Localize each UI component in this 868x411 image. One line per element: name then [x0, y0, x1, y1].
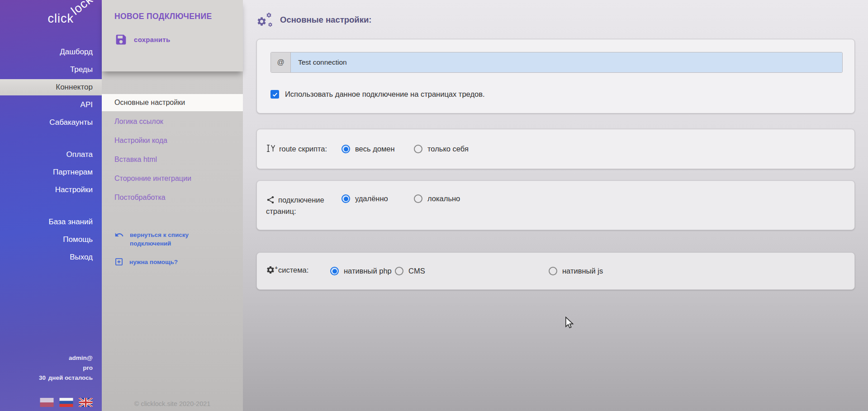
radio-option-native-js[interactable]: нативный js	[549, 267, 603, 275]
radio-selected-icon[interactable]	[330, 267, 339, 275]
radio-selected-icon[interactable]	[342, 194, 350, 203]
back-to-list-link[interactable]: вернуться к списку подключений	[114, 231, 212, 248]
radio-unselected-icon[interactable]	[414, 194, 422, 203]
page-connection-group: подключение страниц: удалённо локально	[256, 180, 855, 230]
use-on-threads-option[interactable]: Использовать данное подключение на стран…	[270, 90, 843, 99]
radio-unselected-icon[interactable]	[395, 267, 403, 275]
sidebar-group-2: Оплата Партнерам Настройки	[0, 146, 102, 198]
page-connection-label: подключение страниц:	[266, 194, 342, 217]
sidebar-item-payment[interactable]: Оплата	[0, 146, 102, 163]
save-button-label: сохранить	[134, 36, 171, 43]
sidebar-item-partners[interactable]: Партнерам	[0, 164, 102, 180]
account-login: admin@	[39, 353, 93, 363]
need-help-link[interactable]: нужна помощь?	[114, 258, 212, 266]
sidebar-item-connector[interactable]: Коннектор	[0, 79, 102, 95]
tab-code-settings[interactable]: Настройки кода	[102, 132, 243, 149]
tab-html-insert[interactable]: Вставка html	[102, 151, 243, 168]
flag-poland-icon[interactable]	[40, 398, 54, 407]
route-script-group: route скрипта: весь домен только себя	[256, 129, 855, 169]
account-days-left: 30 дней осталось	[39, 373, 93, 383]
radio-label: удалённо	[355, 194, 388, 203]
sidebar-item-help[interactable]: Помощь	[0, 231, 102, 248]
panel-title: НОВОЕ ПОДКЛЮЧЕНИЕ	[114, 12, 243, 21]
radio-label: только себя	[427, 145, 469, 153]
clicklock-logo[interactable]: click lock	[0, 0, 102, 42]
panel-links: вернуться к списку подключений нужна пом…	[102, 231, 243, 266]
save-floppy-icon	[114, 33, 128, 46]
tab-link-logic[interactable]: Логика ссылок	[102, 113, 243, 130]
app-root: click lock Дашборд Треды Коннектор API С…	[0, 0, 868, 411]
sidebar-item-settings[interactable]: Настройки	[0, 182, 102, 198]
need-help-label: нужна помощь?	[129, 258, 178, 266]
gears-icon	[256, 12, 273, 28]
radio-unselected-icon[interactable]	[414, 145, 422, 153]
main-header: Основные настройки:	[256, 0, 855, 28]
account-info: admin@ pro 30 дней осталось	[39, 353, 93, 383]
sidebar-item-api[interactable]: API	[0, 97, 102, 113]
radio-option-native-php[interactable]: нативный php	[330, 267, 395, 275]
sidebar-item-logout[interactable]: Выход	[0, 249, 102, 265]
checkbox-label: Использовать данное подключение на стран…	[285, 90, 485, 99]
connection-name-group: @	[270, 52, 843, 73]
sidebar-item-dashboard[interactable]: Дашборд	[0, 44, 102, 60]
radio-option-cms[interactable]: CMS	[395, 267, 549, 275]
route-script-label: route скрипта:	[266, 143, 342, 155]
main-content: Основные настройки: @ Использовать данно…	[243, 0, 868, 411]
copyright-footer: © clicklock.site 2020-2021	[102, 400, 243, 407]
at-prefix: @	[271, 52, 291, 72]
connection-tabs: Основные настройки Логика ссылок Настрой…	[102, 94, 243, 206]
radio-option-local[interactable]: локально	[414, 194, 486, 203]
radio-option-only-self[interactable]: только себя	[414, 145, 486, 153]
sidebar-group-3: База знаний Помощь Выход	[0, 214, 102, 265]
radio-label: CMS	[408, 267, 425, 275]
connection-panel: НОВОЕ ПОДКЛЮЧЕНИЕ сохранить Основные нас…	[102, 0, 243, 411]
days-number: 30	[39, 374, 46, 381]
radio-label: нативный js	[562, 267, 603, 275]
sidebar-nav: Дашборд Треды Коннектор API Сабакаунты О…	[0, 44, 102, 265]
sidebar-item-knowledge-base[interactable]: База знаний	[0, 214, 102, 230]
save-button[interactable]: сохранить	[114, 33, 171, 46]
tab-postprocessing[interactable]: Постобработка	[102, 189, 243, 206]
radio-option-remote[interactable]: удалённо	[342, 194, 414, 203]
connection-panel-header: НОВОЕ ПОДКЛЮЧЕНИЕ сохранить	[102, 0, 243, 71]
sidebar-group-1: Дашборд Треды Коннектор API Сабакаунты	[0, 44, 102, 131]
language-switcher	[40, 398, 93, 407]
flag-uk-icon[interactable]	[79, 398, 93, 407]
sidebar: click lock Дашборд Треды Коннектор API С…	[0, 0, 102, 411]
logo-text-click: click	[48, 12, 74, 26]
radio-unselected-icon[interactable]	[549, 267, 557, 275]
gear-settings-icon: +	[266, 265, 275, 278]
system-group: + система: нативный php CMS нативный js	[256, 252, 855, 290]
system-label: + система:	[266, 265, 330, 278]
connection-name-input[interactable]	[291, 52, 842, 72]
back-to-list-label: вернуться к списку подключений	[130, 231, 212, 248]
radio-label: весь домен	[355, 145, 395, 153]
account-plan: pro	[39, 363, 93, 373]
add-box-icon	[114, 257, 123, 266]
route-script-label-text: route скрипта:	[279, 145, 327, 153]
radio-label: нативный php	[344, 267, 392, 275]
system-label-text: система:	[278, 266, 308, 274]
checkbox-checked-icon[interactable]	[270, 90, 279, 99]
sidebar-item-subaccounts[interactable]: Сабакаунты	[0, 114, 102, 131]
undo-arrow-icon	[114, 230, 124, 240]
days-text: дней осталось	[48, 374, 93, 381]
radio-selected-icon[interactable]	[342, 145, 350, 153]
sidebar-item-threads[interactable]: Треды	[0, 61, 102, 78]
connection-name-card: @ Использовать данное подключение на стр…	[256, 39, 855, 113]
page-title: Основные настройки:	[280, 15, 372, 25]
route-icon	[266, 143, 276, 153]
share-icon	[266, 195, 275, 204]
radio-label: локально	[427, 194, 460, 203]
flag-russia-icon[interactable]	[59, 398, 73, 407]
radio-option-whole-domain[interactable]: весь домен	[342, 145, 414, 153]
at-sign: @	[277, 58, 284, 66]
tab-main-settings[interactable]: Основные настройки	[102, 94, 243, 111]
tab-integrations[interactable]: Сторонние интеграции	[102, 170, 243, 187]
